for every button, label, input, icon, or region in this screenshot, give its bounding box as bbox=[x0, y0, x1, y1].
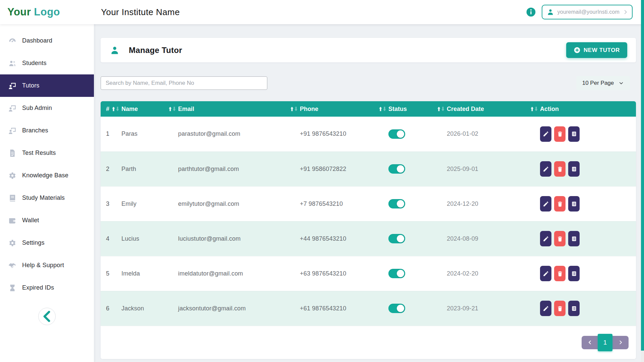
created-date: 2023-09-21 bbox=[447, 291, 540, 326]
sidebar-item-test-results[interactable]: Test Results bbox=[0, 142, 94, 164]
column-label: Status bbox=[388, 106, 407, 113]
delete-trash-icon bbox=[557, 201, 563, 207]
tutor-phone: +91 9876543210 bbox=[300, 117, 388, 152]
sidebar-item-dashboard[interactable]: Dashboard bbox=[0, 29, 94, 52]
details-list-icon bbox=[571, 166, 577, 172]
tutor-phone: +44 9876543210 bbox=[300, 221, 388, 256]
column-label: Name bbox=[121, 106, 138, 113]
delete-tutor-button[interactable] bbox=[554, 266, 566, 281]
column-label: Created Date bbox=[447, 106, 484, 113]
status-toggle[interactable] bbox=[388, 304, 405, 313]
status-toggle[interactable] bbox=[388, 234, 405, 243]
tutor-email: imeldatutor@gmail.com bbox=[178, 256, 300, 291]
column-label: Phone bbox=[300, 106, 318, 113]
status-toggle[interactable] bbox=[388, 164, 405, 174]
sidebar-item-label: Branches bbox=[22, 127, 48, 134]
column-header-email[interactable]: Email bbox=[178, 101, 300, 117]
pagination: 1 bbox=[582, 334, 629, 351]
tutor-details-button[interactable] bbox=[568, 161, 580, 177]
edit-tutor-button[interactable] bbox=[540, 266, 551, 281]
pagination-next-button[interactable] bbox=[612, 336, 629, 349]
search-input[interactable] bbox=[101, 76, 267, 90]
handshake-icon bbox=[8, 261, 17, 270]
tutor-phone: +91 9586072822 bbox=[300, 152, 388, 186]
column-header-num[interactable]: # bbox=[101, 101, 121, 117]
test-results-document-icon bbox=[8, 149, 17, 158]
tutor-details-button[interactable] bbox=[568, 126, 580, 142]
tutor-row: 2Parthparthtutor@gmail.com+91 9586072822… bbox=[101, 152, 636, 186]
tutor-name: Imelda bbox=[121, 256, 178, 291]
tutor-status bbox=[388, 152, 447, 186]
column-header-status[interactable]: Status bbox=[388, 101, 447, 117]
sidebar-item-sub-admin[interactable]: Sub Admin bbox=[0, 97, 94, 119]
row-actions bbox=[540, 291, 636, 326]
tutor-row: 1Parasparastutor@gmail.com+91 9876543210… bbox=[101, 117, 636, 152]
delete-tutor-button[interactable] bbox=[554, 231, 566, 246]
toggle-knob bbox=[397, 165, 404, 173]
tutor-email: luciustutor@gmail.com bbox=[178, 221, 300, 256]
info-icon[interactable] bbox=[526, 7, 536, 17]
sidebar-item-tutors[interactable]: Tutors bbox=[0, 74, 94, 97]
edit-tutor-button[interactable] bbox=[540, 231, 551, 246]
details-list-icon bbox=[571, 270, 577, 277]
tutor-email: emilytutor@gmail.com bbox=[178, 186, 300, 221]
sidebar-item-wallet[interactable]: Wallet bbox=[0, 209, 94, 232]
edit-tutor-button[interactable] bbox=[540, 301, 551, 316]
tutor-status bbox=[388, 117, 447, 152]
row-number: 2 bbox=[101, 152, 121, 186]
logo: Your Logo bbox=[0, 6, 94, 18]
sidebar-collapse-button[interactable] bbox=[38, 308, 56, 325]
pagination-prev-button[interactable] bbox=[582, 336, 598, 349]
toggle-knob bbox=[397, 200, 404, 207]
delete-tutor-button[interactable] bbox=[554, 301, 566, 316]
status-toggle[interactable] bbox=[388, 199, 405, 208]
edit-tutor-button[interactable] bbox=[540, 161, 551, 177]
per-page-selected-value: 10 Per Page bbox=[582, 80, 614, 86]
new-tutor-button[interactable]: NEW TUTOR bbox=[566, 42, 627, 58]
column-header-name[interactable]: Name bbox=[121, 101, 178, 117]
created-date: 2024-08-09 bbox=[447, 221, 540, 256]
edit-tutor-button[interactable] bbox=[540, 196, 551, 212]
tutor-details-button[interactable] bbox=[568, 301, 580, 316]
tutor-name: Jackson bbox=[121, 291, 178, 326]
delete-tutor-button[interactable] bbox=[554, 161, 566, 177]
tutor-name: Parth bbox=[121, 152, 178, 186]
table-header-row: #NameEmailPhoneStatusCreated DateAction bbox=[101, 101, 636, 117]
edit-pencil-icon bbox=[543, 270, 549, 277]
scrollbar-thumb[interactable] bbox=[641, 0, 644, 351]
tutor-details-button[interactable] bbox=[568, 196, 580, 212]
sidebar-item-help-support[interactable]: Help & Support bbox=[0, 254, 94, 277]
sidebar-item-knowledge-base[interactable]: Knowledge Base bbox=[0, 164, 94, 187]
column-header-phone[interactable]: Phone bbox=[300, 101, 388, 117]
study-book-icon bbox=[8, 194, 17, 202]
tutor-board-icon bbox=[8, 81, 17, 90]
pagination-current-page[interactable]: 1 bbox=[598, 334, 612, 351]
table-footer: 1 bbox=[101, 326, 636, 359]
sidebar-item-settings[interactable]: Settings bbox=[0, 232, 94, 254]
main-content: Manage Tutor NEW TUTOR 10 Per Page #Name… bbox=[94, 24, 641, 362]
tutor-details-button[interactable] bbox=[568, 266, 580, 281]
column-header-created-date[interactable]: Created Date bbox=[447, 101, 540, 117]
tutor-name: Emily bbox=[121, 186, 178, 221]
chevron-right-icon bbox=[623, 9, 629, 15]
sidebar-item-students[interactable]: Students bbox=[0, 52, 94, 74]
tutor-phone: +61 9876543210 bbox=[300, 291, 388, 326]
delete-tutor-button[interactable] bbox=[554, 196, 566, 212]
tutor-details-button[interactable] bbox=[568, 231, 580, 246]
per-page-select[interactable]: 10 Per Page bbox=[576, 76, 630, 90]
user-account-button[interactable]: youremail@yourInsti.com bbox=[542, 5, 633, 19]
branches-board-icon bbox=[8, 126, 17, 135]
sidebar-item-study-materials[interactable]: Study Materials bbox=[0, 187, 94, 209]
tutor-table: #NameEmailPhoneStatusCreated DateAction … bbox=[101, 101, 636, 326]
person-icon bbox=[109, 45, 120, 56]
status-toggle[interactable] bbox=[388, 269, 405, 278]
created-date: 2024-02-20 bbox=[447, 256, 540, 291]
tutor-status bbox=[388, 221, 447, 256]
sidebar-item-branches[interactable]: Branches bbox=[0, 119, 94, 142]
sidebar-item-expired-ids[interactable]: Expired IDs bbox=[0, 277, 94, 299]
tutor-status bbox=[388, 256, 447, 291]
edit-tutor-button[interactable] bbox=[540, 126, 551, 142]
delete-trash-icon bbox=[557, 236, 563, 242]
delete-tutor-button[interactable] bbox=[554, 126, 566, 142]
status-toggle[interactable] bbox=[388, 129, 405, 139]
